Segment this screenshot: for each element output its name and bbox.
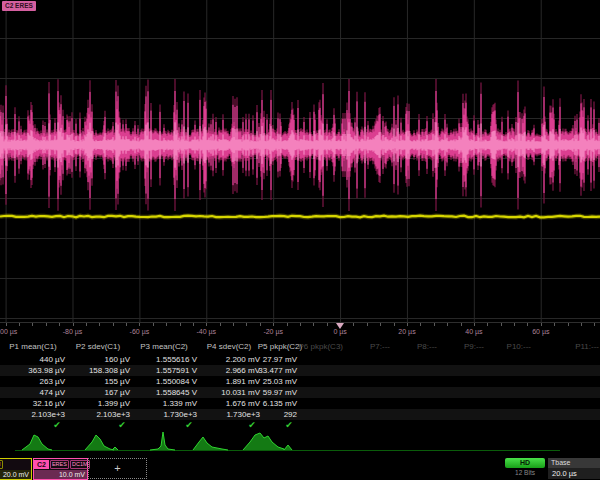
oscilloscope-screen: C2 ERES -100 µs-80 µs-60 µs-40 µs-20 µs0…: [0, 0, 600, 480]
axis-minor-tick: [327, 323, 328, 326]
axis-minor-tick: [407, 323, 408, 326]
axis-minor-tick: [153, 323, 154, 326]
time-axis: -100 µs-80 µs-60 µs-40 µs-20 µs0 µs20 µs…: [0, 322, 600, 340]
measurement-status-cell: ✔: [185, 421, 193, 430]
axis-minor-tick: [313, 323, 314, 326]
axis-minor-tick: [541, 323, 542, 326]
axis-minor-tick: [287, 323, 288, 326]
measurement-status-cell: ✔: [285, 421, 293, 430]
axis-minor-tick: [193, 323, 194, 326]
axis-minor-tick: [514, 323, 515, 326]
axis-minor-tick: [233, 323, 234, 326]
trace-annotation-badge[interactable]: C2 ERES: [2, 1, 36, 11]
measurement-max-cell: 59.97 mV: [0, 388, 297, 397]
axis-minor-tick: [126, 323, 127, 326]
x-tick-label: -20 µs: [263, 328, 283, 335]
axis-minor-tick: [527, 323, 528, 326]
hd-bits-label: 12 Bits: [505, 469, 545, 476]
status-bar: C1 DC1M 20.0 mV C2 ERES DC1M 10.0 mV + H…: [0, 458, 600, 480]
axis-minor-tick: [113, 323, 114, 326]
axis-minor-tick: [46, 323, 47, 326]
measurement-status-cell: ✔: [118, 421, 126, 430]
axis-minor-tick: [246, 323, 247, 326]
x-tick-label: -100 µs: [0, 328, 17, 335]
measurement-status-cell: ✔: [53, 421, 61, 430]
x-tick-label: 40 µs: [465, 328, 482, 335]
channel-c1-descriptor[interactable]: C1 DC1M 20.0 mV: [0, 458, 32, 480]
axis-minor-tick: [394, 323, 395, 326]
x-tick-label: 0 µs: [333, 328, 346, 335]
axis-minor-tick: [32, 323, 33, 326]
measurement-table: P1 mean(C1)P2 sdev(C1)P3 mean(C2)P4 sdev…: [0, 339, 600, 431]
measurement-mean-cell: 33.477 mV: [0, 366, 297, 375]
axis-minor-tick: [6, 323, 7, 326]
axis-minor-tick: [73, 323, 74, 326]
channel-c2-descriptor[interactable]: C2 ERES DC1M 10.0 mV: [33, 458, 88, 480]
axis-minor-tick: [19, 323, 20, 326]
axis-minor-tick: [180, 323, 181, 326]
measurement-min-cell: 25.03 mV: [0, 377, 297, 386]
axis-minor-tick: [594, 323, 595, 326]
axis-minor-tick: [474, 323, 475, 326]
axis-minor-tick: [568, 323, 569, 326]
axis-minor-tick: [59, 323, 60, 326]
measurement-value-cell: 27.97 mV: [0, 355, 297, 364]
measurement-header-disabled[interactable]: P11:---: [539, 342, 599, 351]
add-trace-button[interactable]: +: [88, 458, 147, 479]
axis-minor-tick: [367, 323, 368, 326]
measurement-header-disabled[interactable]: P10:---: [471, 342, 531, 351]
waveform-traces: [0, 0, 600, 322]
waveform-grid[interactable]: C2 ERES: [0, 0, 600, 322]
x-tick-label: -40 µs: [196, 328, 216, 335]
axis-minor-tick: [380, 323, 381, 326]
measurement-sdev-cell: 6.135 mV: [0, 399, 297, 408]
timebase-descriptor[interactable]: Tbase 20.0 µs: [548, 458, 600, 479]
axis-minor-tick: [206, 323, 207, 326]
axis-minor-tick: [447, 323, 448, 326]
axis-minor-tick: [99, 323, 100, 326]
timebase-value: 20.0 µs: [548, 468, 600, 479]
axis-minor-tick: [166, 323, 167, 326]
axis-minor-tick: [434, 323, 435, 326]
axis-minor-tick: [487, 323, 488, 326]
timebase-label: Tbase: [548, 458, 600, 468]
trigger-time-marker[interactable]: [336, 323, 344, 329]
axis-minor-tick: [220, 323, 221, 326]
channel-c2-scale: 10.0 mV: [34, 470, 87, 479]
measurement-header[interactable]: P1 mean(C1): [9, 342, 57, 351]
axis-minor-tick: [461, 323, 462, 326]
axis-minor-tick: [300, 323, 301, 326]
axis-minor-tick: [554, 323, 555, 326]
measurement-status-cell: ✔: [248, 421, 256, 430]
measurement-num-cell: 292: [0, 410, 297, 419]
channel-c1-coupling-badge: DC1M: [0, 460, 3, 469]
measurement-header[interactable]: P3 mean(C2): [140, 342, 188, 351]
channel-c1-scale: 20.0 mV: [0, 470, 31, 479]
axis-minor-tick: [420, 323, 421, 326]
axis-minor-tick: [501, 323, 502, 326]
axis-minor-tick: [86, 323, 87, 326]
x-tick-label: 20 µs: [398, 328, 415, 335]
measurement-histicons[interactable]: [0, 430, 600, 458]
hd-mode-badge[interactable]: HD: [505, 458, 545, 468]
channel-c2-coupling-badge: DC1M: [70, 460, 90, 469]
measurement-header[interactable]: P4 sdev(C2): [207, 342, 251, 351]
axis-minor-tick: [273, 323, 274, 326]
x-tick-label: 60 µs: [532, 328, 549, 335]
channel-c2-label: C2: [34, 460, 49, 469]
axis-minor-tick: [581, 323, 582, 326]
axis-minor-tick: [139, 323, 140, 326]
channel-c2-eres-badge: ERES: [50, 460, 69, 469]
x-tick-label: -80 µs: [63, 328, 83, 335]
x-tick-label: -60 µs: [130, 328, 150, 335]
axis-minor-tick: [260, 323, 261, 326]
measurement-header[interactable]: P2 sdev(C1): [76, 342, 120, 351]
axis-minor-tick: [353, 323, 354, 326]
